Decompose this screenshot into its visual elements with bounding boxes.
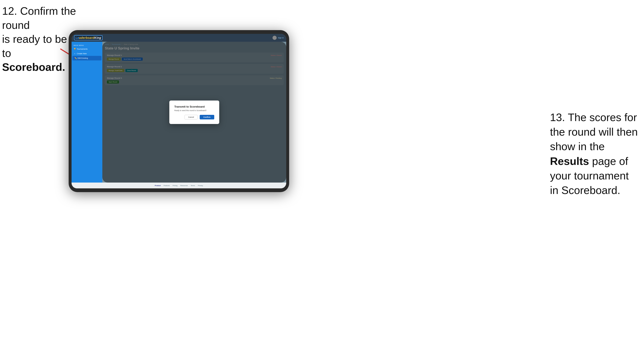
footer-link-privacy[interactable]: Privacy — [198, 185, 203, 186]
tablet-screen: LeaderboardKing Sign In MAIN MENU 🏆 Tour… — [72, 34, 286, 188]
annotation-bottom: 13. The scores for the round will then s… — [550, 110, 638, 197]
logo-text: LeaderboardKing — [76, 36, 101, 39]
modal-box: Transmit to Scoreboard Ready to send thi… — [169, 101, 219, 124]
tablet-frame: LeaderboardKing Sign In MAIN MENU 🏆 Tour… — [69, 30, 289, 192]
annotation-bottom-line4rest: page of — [589, 155, 628, 167]
trophy-icon: 🏆 — [74, 48, 76, 50]
annotation-bottom-bold: Results — [550, 155, 589, 167]
footer-link-terms[interactable]: Terms — [191, 185, 195, 186]
sidebar-item-create-new[interactable]: ＋ Create New — [72, 51, 102, 56]
modal-title: Transmit to Scoreboard — [174, 105, 214, 108]
plus-icon: ＋ — [74, 52, 76, 55]
sidebar-edit-label: Edit Existing — [78, 57, 88, 59]
footer-link-pricing[interactable]: Pricing — [173, 185, 178, 186]
annotation-bottom-line6: in Scoreboard. — [550, 184, 620, 196]
annotation-line1: 12. Confirm the round — [2, 5, 76, 31]
annotation-bottom-line3: show in the — [550, 140, 605, 153]
sidebar-tournaments-label: Tournaments — [77, 48, 88, 50]
sidebar-item-edit-existing[interactable]: ✏️ Edit Existing — [72, 56, 102, 60]
edit-icon: ✏️ — [74, 57, 76, 59]
sidebar-section-label: MAIN MENU — [72, 43, 102, 47]
logo-box: LeaderboardKing — [74, 35, 102, 40]
annotation-bottom-line2: the round will then — [550, 126, 638, 138]
sign-in-link[interactable]: Sign In — [278, 37, 284, 39]
top-nav-right: Sign In — [272, 36, 284, 40]
logo-aderboard: aderboard — [79, 36, 94, 39]
page-content: Home / Tournaments / State U Spring Invi… — [102, 42, 286, 182]
logo-leader: Le — [76, 36, 79, 39]
page-footer: Product Features Pricing Resources Terms… — [72, 182, 286, 188]
annotation-bottom-line1: 13. The scores for — [550, 111, 637, 123]
logo-area: LeaderboardKing — [74, 35, 102, 40]
modal-buttons: Cancel Confirm — [174, 115, 214, 119]
sidebar-item-tournaments[interactable]: 🏆 Tournaments — [72, 47, 102, 51]
footer-link-resources[interactable]: Resources — [180, 185, 188, 186]
annotation-line3-bold: Scoreboard. — [2, 61, 65, 73]
sidebar-create-label: Create New — [77, 52, 87, 55]
sidebar: MAIN MENU 🏆 Tournaments ＋ Create New ✏️ … — [72, 42, 102, 182]
footer-link-features[interactable]: Features — [164, 185, 170, 186]
modal-confirm-button[interactable]: Confirm — [200, 115, 214, 119]
user-avatar — [272, 36, 277, 40]
annotation-bottom-line5: your tournament — [550, 170, 629, 182]
modal-overlay: Transmit to Scoreboard Ready to send thi… — [102, 42, 286, 182]
modal-subtitle: Ready to send this round to Scoreboard? — [174, 109, 214, 112]
main-content: MAIN MENU 🏆 Tournaments ＋ Create New ✏️ … — [72, 42, 286, 182]
modal-cancel-button[interactable]: Cancel — [184, 115, 198, 119]
top-nav: LeaderboardKing Sign In — [72, 34, 286, 42]
logo-king: King — [94, 36, 101, 39]
footer-link-product[interactable]: Product — [155, 185, 160, 186]
